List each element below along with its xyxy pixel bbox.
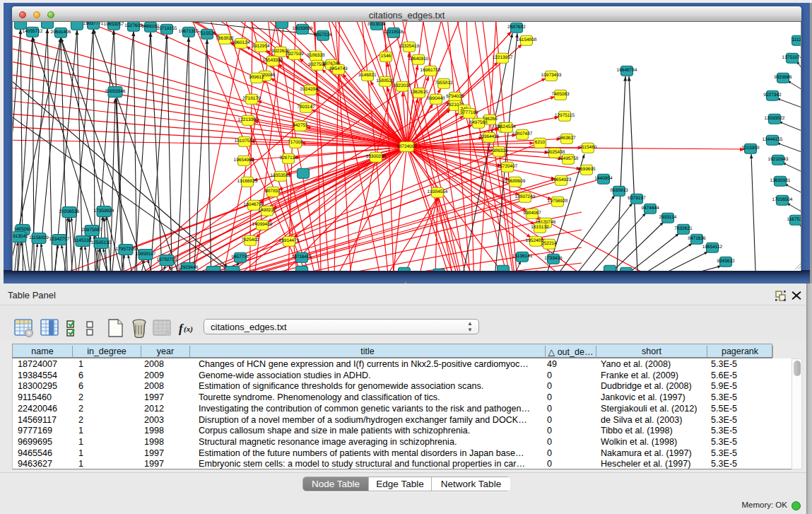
svg-text:6497568: 6497568 bbox=[469, 120, 488, 125]
svg-text:9474444: 9474444 bbox=[641, 206, 659, 211]
svg-text:20364436: 20364436 bbox=[479, 134, 500, 139]
svg-text:1167534: 1167534 bbox=[787, 217, 801, 222]
svg-text:7515526: 7515526 bbox=[198, 31, 216, 36]
svg-text:1733426: 1733426 bbox=[544, 256, 563, 261]
svg-text:15720407: 15720407 bbox=[498, 164, 518, 169]
svg-text:8990448: 8990448 bbox=[427, 96, 445, 101]
svg-text:19756928: 19756928 bbox=[548, 199, 568, 204]
svg-text:252214: 252214 bbox=[541, 241, 557, 246]
svg-text:7357224: 7357224 bbox=[314, 33, 332, 37]
svg-text:8186328: 8186328 bbox=[307, 53, 325, 58]
svg-text:2687682: 2687682 bbox=[507, 25, 526, 30]
svg-text:1615132: 1615132 bbox=[531, 225, 549, 230]
svg-text:17957255: 17957255 bbox=[116, 247, 136, 252]
svg-text:8322037: 8322037 bbox=[393, 83, 411, 88]
svg-text:13353569: 13353569 bbox=[271, 173, 291, 178]
svg-text:12505135: 12505135 bbox=[91, 240, 112, 245]
svg-text:1498222: 1498222 bbox=[258, 208, 276, 213]
svg-text:1588520: 1588520 bbox=[376, 78, 394, 83]
svg-text:10973493: 10973493 bbox=[541, 73, 562, 78]
svg-text:16210943: 16210943 bbox=[768, 157, 789, 162]
svg-text:7803147: 7803147 bbox=[297, 105, 315, 110]
svg-text:16782759: 16782759 bbox=[157, 257, 177, 262]
svg-text:7625402: 7625402 bbox=[241, 238, 259, 243]
svg-text:9777169: 9777169 bbox=[460, 110, 478, 115]
svg-text:1440954: 1440954 bbox=[594, 176, 613, 181]
svg-text:10958107: 10958107 bbox=[136, 252, 156, 257]
svg-text:12923446: 12923446 bbox=[178, 265, 199, 270]
svg-text:887831: 887831 bbox=[265, 189, 281, 194]
svg-text:18640910: 18640910 bbox=[408, 57, 429, 62]
svg-text:10654112: 10654112 bbox=[702, 245, 723, 250]
svg-text:14099489: 14099489 bbox=[252, 222, 273, 227]
svg-text:20691406: 20691406 bbox=[51, 30, 71, 35]
svg-text:16914479: 16914479 bbox=[279, 238, 300, 243]
svg-text:942755: 942755 bbox=[293, 123, 308, 128]
svg-text:7632621: 7632621 bbox=[674, 226, 693, 231]
svg-text:989612: 989612 bbox=[249, 75, 264, 80]
svg-text:7955812: 7955812 bbox=[435, 81, 453, 86]
svg-text:12218506: 12218506 bbox=[384, 30, 404, 35]
svg-text:3912954: 3912954 bbox=[252, 44, 270, 49]
svg-text:3913541: 3913541 bbox=[13, 234, 28, 239]
svg-text:19384554: 19384554 bbox=[428, 189, 448, 194]
svg-text:13692931: 13692931 bbox=[770, 178, 791, 183]
svg-text:10807487: 10807487 bbox=[512, 132, 533, 136]
svg-text:717008: 717008 bbox=[288, 140, 303, 145]
svg-text:9457791: 9457791 bbox=[231, 255, 249, 259]
svg-text:13716485: 13716485 bbox=[292, 255, 312, 259]
svg-text:10025438: 10025438 bbox=[545, 150, 565, 155]
svg-text:2718179: 2718179 bbox=[242, 96, 261, 101]
svg-text:20242848: 20242848 bbox=[300, 87, 321, 92]
svg-text:10688609: 10688609 bbox=[505, 179, 526, 184]
svg-text:13751074: 13751074 bbox=[782, 55, 801, 60]
svg-text:19654923: 19654923 bbox=[551, 177, 572, 182]
svg-text:12093822: 12093822 bbox=[765, 116, 785, 121]
svg-text:9245612: 9245612 bbox=[717, 259, 735, 264]
svg-text:11325419: 11325419 bbox=[399, 44, 420, 49]
svg-text:16961758: 16961758 bbox=[420, 68, 441, 73]
svg-text:1546: 1546 bbox=[381, 54, 392, 59]
svg-text:17359924: 17359924 bbox=[94, 209, 114, 214]
svg-text:12213363: 12213363 bbox=[238, 117, 259, 122]
svg-text:14055712: 14055712 bbox=[23, 29, 43, 34]
svg-text:10671355: 10671355 bbox=[179, 29, 199, 34]
svg-text:8813014: 8813014 bbox=[367, 22, 386, 27]
svg-text:12213957: 12213957 bbox=[493, 55, 513, 60]
svg-text:12342757: 12342757 bbox=[49, 237, 70, 242]
svg-text:3267110: 3267110 bbox=[280, 156, 298, 160]
svg-text:11156829: 11156829 bbox=[29, 235, 49, 240]
svg-text:9384067: 9384067 bbox=[523, 211, 541, 216]
svg-text:1362615: 1362615 bbox=[410, 90, 428, 95]
svg-text:10107554: 10107554 bbox=[235, 139, 255, 144]
svg-text:(x): (x) bbox=[184, 325, 193, 334]
svg-text:19166825: 19166825 bbox=[237, 179, 258, 184]
svg-text:9227342: 9227342 bbox=[763, 93, 782, 98]
svg-text:18724007: 18724007 bbox=[396, 144, 417, 149]
svg-text:16046798: 16046798 bbox=[244, 202, 264, 207]
svg-text:20206536: 20206536 bbox=[59, 209, 80, 214]
svg-text:3215958: 3215958 bbox=[741, 146, 760, 151]
svg-text:10719155: 10719155 bbox=[157, 26, 177, 31]
svg-text:7485063: 7485063 bbox=[551, 92, 570, 97]
svg-text:20053346: 20053346 bbox=[105, 89, 126, 94]
svg-text:8938913: 8938913 bbox=[610, 188, 628, 193]
svg-text:16033809: 16033809 bbox=[293, 26, 313, 31]
svg-text:8471636: 8471636 bbox=[688, 236, 706, 241]
svg-text:20975867: 20975867 bbox=[82, 228, 102, 233]
svg-text:12975115: 12975115 bbox=[555, 113, 575, 118]
svg-text:6794028: 6794028 bbox=[446, 94, 464, 99]
svg-text:1145193: 1145193 bbox=[74, 238, 92, 243]
svg-text:12444155: 12444155 bbox=[763, 137, 783, 142]
svg-text:11121: 11121 bbox=[792, 37, 801, 42]
svg-text:3960124: 3960124 bbox=[232, 40, 250, 45]
svg-text:7663822: 7663822 bbox=[216, 36, 234, 41]
svg-text:16543382: 16543382 bbox=[263, 58, 283, 63]
svg-text:9115460: 9115460 bbox=[579, 145, 597, 150]
svg-text:7386322: 7386322 bbox=[490, 148, 508, 153]
svg-text:19654963: 19654963 bbox=[234, 158, 254, 163]
svg-text:9463627: 9463627 bbox=[558, 136, 576, 141]
svg-text:2933114: 2933114 bbox=[659, 215, 677, 220]
svg-text:15136141: 15136141 bbox=[512, 254, 533, 259]
svg-text:18300295: 18300295 bbox=[366, 154, 387, 159]
